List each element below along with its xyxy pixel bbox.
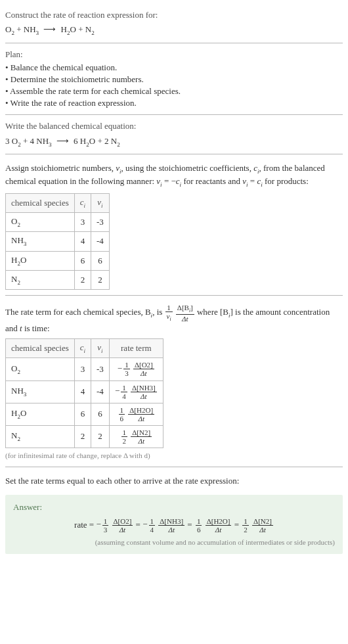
cell-ci: 2 <box>74 270 91 289</box>
fraction: Δ[Bi]Δt <box>176 304 194 323</box>
cell-rate: 16 Δ[H2O]Δt <box>109 403 163 425</box>
table-row: NH3 4 -4 <box>6 232 110 251</box>
reactant-1: O2 <box>5 24 14 34</box>
divider <box>5 295 343 296</box>
cell-vi: 6 <box>91 403 110 425</box>
answer-term-3: 16 Δ[H2O]Δt <box>194 519 232 529</box>
answer-term-4: 12 Δ[N2]Δt <box>241 519 274 529</box>
col-species: chemical species <box>6 193 75 212</box>
coef-4: 2 <box>104 136 111 146</box>
prompt-section: Construct the rate of reaction expressio… <box>5 5 343 41</box>
species-2: NH3 <box>36 136 51 146</box>
cell-species: NH3 <box>6 380 75 403</box>
answer-term-2: −14 Δ[NH3]Δt <box>142 519 185 529</box>
col-ci: ci <box>74 193 91 212</box>
product-2: N2 <box>85 24 95 34</box>
cell-species: O2 <box>6 212 75 231</box>
col-vi: νi <box>91 193 110 212</box>
cell-ci: 2 <box>74 425 91 448</box>
cell-rate: −14 Δ[NH3]Δt <box>109 380 163 403</box>
cell-vi: 2 <box>91 425 110 448</box>
divider <box>5 114 343 115</box>
stoich-section: Assign stoichiometric numbers, νi, using… <box>5 156 343 294</box>
answer-note: (assuming constant volume and no accumul… <box>13 538 335 547</box>
cell-rate: 12 Δ[N2]Δt <box>109 425 163 448</box>
answer-equation: rate = −13 Δ[O2]Δt = −14 Δ[NH3]Δt = 16 Δ… <box>13 517 335 534</box>
cell-species: N2 <box>6 425 75 448</box>
cell-rate: −13 Δ[O2]Δt <box>109 358 163 380</box>
table-row: O2 3 -3 −13 Δ[O2]Δt <box>6 358 163 380</box>
plan-bullet-1: • Balance the chemical equation. <box>5 62 343 74</box>
stoich-explain: Assign stoichiometric numbers, νi, using… <box>5 162 343 189</box>
stoich-table: chemical species ci νi O2 3 -3 NH3 4 -4 … <box>5 193 110 290</box>
col-ci: ci <box>74 339 91 358</box>
answer-box: Answer: rate = −13 Δ[O2]Δt = −14 Δ[NH3]Δ… <box>5 495 343 555</box>
cell-species: H2O <box>6 403 75 425</box>
cell-vi: 6 <box>91 251 110 270</box>
plus-2: + <box>95 136 104 146</box>
plan-section: Plan: • Balance the chemical equation. •… <box>5 45 343 114</box>
cell-ci: 6 <box>74 251 91 270</box>
coef-2: 4 <box>30 136 37 146</box>
table-row: N2 2 2 <box>6 270 110 289</box>
reaction-arrow-icon: ⟶ <box>43 24 56 34</box>
rateterm-explain: The rate term for each chemical species,… <box>5 304 343 334</box>
plan-bullet-4: • Write the rate of reaction expression. <box>5 97 343 109</box>
cell-species: H2O <box>6 251 75 270</box>
divider <box>5 43 343 43</box>
cell-ci: 6 <box>74 403 91 425</box>
balanced-heading: Write the balanced chemical equation: <box>5 120 343 132</box>
reaction-arrow-icon: ⟶ <box>56 136 69 146</box>
plan-bullet-2: • Determine the stoichiometric numbers. <box>5 74 343 85</box>
table-row: NH3 4 -4 −14 Δ[NH3]Δt <box>6 380 163 403</box>
plus-1: + <box>14 24 24 34</box>
balanced-section: Write the balanced chemical equation: 3 … <box>5 116 343 152</box>
coef-3: 6 <box>74 136 80 146</box>
cell-vi: -3 <box>91 358 110 380</box>
plus-2: + <box>76 24 85 34</box>
species-1: O2 <box>12 136 21 146</box>
product-1: H2O <box>61 24 76 34</box>
plus-1: + <box>21 136 30 146</box>
final-heading: Set the rate terms equal to each other t… <box>5 475 343 487</box>
prompt-heading: Construct the rate of reaction expressio… <box>5 9 343 21</box>
table-header-row: chemical species ci νi <box>6 193 110 212</box>
divider <box>5 467 343 467</box>
plan-heading: Plan: <box>5 49 343 60</box>
cell-vi: -4 <box>91 232 110 251</box>
cell-ci: 3 <box>74 358 91 380</box>
cell-vi: 2 <box>91 270 110 289</box>
cell-species: O2 <box>6 358 75 380</box>
species-4: N2 <box>111 136 120 146</box>
table-header-row: chemical species ci νi rate term <box>6 339 163 358</box>
rateterm-footnote: (for infinitesimal rate of change, repla… <box>5 451 343 461</box>
cell-species: NH3 <box>6 232 75 251</box>
table-row: N2 2 2 12 Δ[N2]Δt <box>6 425 163 448</box>
cell-ci: 4 <box>74 232 91 251</box>
cell-ci: 3 <box>74 212 91 231</box>
col-rate: rate term <box>109 339 163 358</box>
plan-bullet-3: • Assemble the rate term for each chemic… <box>5 85 343 97</box>
cell-vi: -3 <box>91 212 110 231</box>
col-species: chemical species <box>6 339 75 358</box>
final-section: Set the rate terms equal to each other t… <box>5 469 343 491</box>
answer-term-1: −13 Δ[O2]Δt <box>96 519 133 529</box>
rate-word: rate <box>74 519 87 529</box>
cell-ci: 4 <box>74 380 91 403</box>
divider <box>5 154 343 154</box>
table-row: H2O 6 6 16 Δ[H2O]Δt <box>6 403 163 425</box>
rateterm-section: The rate term for each chemical species,… <box>5 297 343 465</box>
plan-bullets: • Balance the chemical equation. • Deter… <box>5 62 343 110</box>
balanced-equation: 3 O2 + 4 NH3 ⟶ 6 H2O + 2 N2 <box>5 135 343 149</box>
col-vi: νi <box>91 339 110 358</box>
coef-1: 3 <box>5 136 12 146</box>
fraction: 1νi <box>165 304 173 323</box>
table-row: O2 3 -3 <box>6 212 110 231</box>
answer-label: Answer: <box>13 501 335 513</box>
cell-species: N2 <box>6 270 75 289</box>
species-3: H2O <box>80 136 95 146</box>
table-row: H2O 6 6 <box>6 251 110 270</box>
cell-vi: -4 <box>91 380 110 403</box>
reactant-2: NH3 <box>24 24 39 34</box>
prompt-equation: O2 + NH3 ⟶ H2O + N2 <box>5 24 343 37</box>
